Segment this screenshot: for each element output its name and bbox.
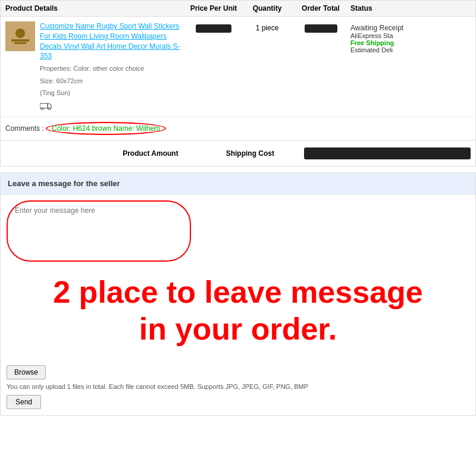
message-header: Leave a message for the seller [1,173,475,194]
comments-label: Comments : [5,124,44,133]
summary-redacted [304,147,471,159]
status-awaiting: Awaiting Receipt [350,24,471,32]
upload-note: You can only upload 1 files in total. Ea… [7,383,469,390]
total-cell [291,21,350,33]
comments-value: Color: H624 brown Name: Wilhem [52,124,160,133]
header-price: Price Per Unit [184,4,243,12]
message-textarea-wrapper[interactable] [7,200,191,262]
status-cell: Awaiting Receipt AliExpress Sta Free Shi… [350,21,471,54]
truck-icon [40,102,184,112]
product-seller: (Ting Sun) [40,88,184,98]
annotation-text: 2 place to leave message in your order. [7,262,469,354]
upload-section: Browse You can only upload 1 files in to… [1,359,475,415]
header-product: Product Details [5,4,184,12]
product-amount-label: Product Amount [99,147,202,160]
quantity-value: 1 piece [256,24,279,32]
aliexpress-label: AliExpress Sta [350,32,471,39]
product-cell: Customize Name Rugby Sport Wall Stickers… [5,21,184,112]
comments-value-circled: Color: H624 brown Name: Wilhem [46,122,166,135]
product-properties: Properties: Color: other color choice [40,64,184,74]
shipping-cost-label: Shipping Cost [202,147,298,160]
order-section: Product Details Price Per Unit Quantity … [0,0,476,167]
table-row: Customize Name Rugby Sport Wall Stickers… [1,17,475,117]
message-textarea[interactable] [15,206,183,254]
svg-rect-3 [14,42,26,44]
table-header: Product Details Price Per Unit Quantity … [1,1,475,17]
header-status: Status [350,4,471,12]
send-button[interactable]: Send [7,395,41,409]
summary-area: Product Amount Shipping Cost [1,140,475,166]
product-size: Size: 60x72cm [40,76,184,86]
annotation-line2: in your order. [12,310,464,347]
annotation-line1: 2 place to leave message [12,274,464,310]
quantity-cell: 1 piece [243,21,291,32]
message-body: 2 place to leave message in your order. [1,194,475,360]
product-title-link[interactable]: Customize Name Rugby Sport Wall Stickers… [40,21,184,61]
browse-button[interactable]: Browse [7,365,46,379]
free-shipping-label: Free Shipping [350,39,471,46]
total-redacted [305,24,337,33]
svg-point-1 [15,29,25,38]
header-quantity: Quantity [243,4,291,12]
comments-row: Comments : Color: H624 brown Name: Wilhe… [1,117,475,140]
price-cell [184,21,243,33]
price-redacted [196,24,231,33]
svg-rect-4 [40,103,48,108]
product-image [5,21,35,51]
estimated-delivery: Estimated Deli [350,46,471,54]
product-info: Customize Name Rugby Sport Wall Stickers… [40,21,184,112]
message-section: Leave a message for the seller 2 place t… [0,172,476,416]
header-order-total: Order Total [291,4,350,12]
svg-rect-2 [11,39,29,42]
